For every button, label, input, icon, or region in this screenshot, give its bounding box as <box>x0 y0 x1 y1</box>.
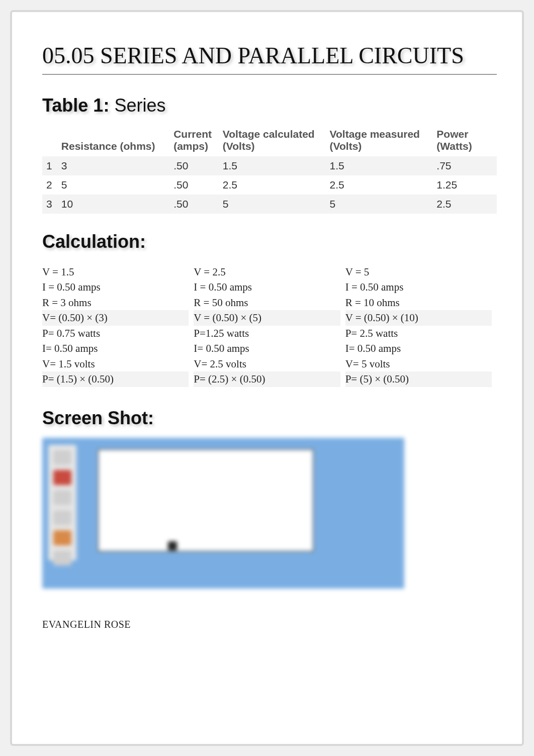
cell-power: .75 <box>432 156 497 175</box>
calc-line: I= 0.50 amps <box>42 341 189 356</box>
toolbar-button-icon <box>53 470 71 485</box>
calc-line: P= (1.5) × (0.50) <box>42 371 189 387</box>
calc-line: P= 2.5 watts <box>345 326 492 341</box>
calc-column-1: V = 1.5 I = 0.50 amps R = 3 ohms V= (0.5… <box>42 261 194 390</box>
cell-vmeas: 5 <box>326 195 433 214</box>
toolbar-button-icon <box>53 490 71 505</box>
toolbar-button-icon <box>53 530 71 545</box>
th-voltage-calc: Voltage calculated (Volts) <box>219 125 326 156</box>
screenshot-toolbar <box>48 445 76 560</box>
toolbar-button-icon <box>53 450 71 465</box>
calc-line: I = 0.50 amps <box>42 279 189 295</box>
series-table: Resistance (ohms) Current (amps) Voltage… <box>42 125 497 214</box>
toolbar-button-icon <box>53 510 71 525</box>
cell-vmeas: 1.5 <box>326 156 433 175</box>
cell-resistance: 5 <box>57 175 169 195</box>
calc-line: P=1.25 watts <box>194 326 340 341</box>
calculation-heading-text: Calculation: <box>42 231 146 252</box>
calc-line: V= 1.5 volts <box>42 356 189 371</box>
calc-line: V = (0.50) × (5) <box>194 310 340 325</box>
calc-line: P= 0.75 watts <box>42 326 189 341</box>
document-title: 05.05 SERIES AND PARALLEL CIRCUITS <box>42 42 497 75</box>
calc-line: P= (5) × (0.50) <box>345 371 492 387</box>
th-power: Power (Watts) <box>432 125 497 156</box>
calc-line: V= 2.5 volts <box>194 356 340 371</box>
calc-line: V= (0.50) × (3) <box>42 310 189 325</box>
document-page: 05.05 SERIES AND PARALLEL CIRCUITS Table… <box>10 10 524 746</box>
table-row: 1 3 .50 1.5 1.5 .75 <box>42 156 497 175</box>
table-header-row: Resistance (ohms) Current (amps) Voltage… <box>42 125 497 156</box>
table1-heading: Table 1: Series <box>42 95 497 116</box>
embedded-screenshot <box>42 438 404 589</box>
toolbar-button-icon <box>53 550 71 565</box>
screenshot-canvas <box>98 449 314 552</box>
calc-line: R = 3 ohms <box>42 295 189 310</box>
table-row: 2 5 .50 2.5 2.5 1.25 <box>42 175 497 195</box>
calc-line: R = 10 ohms <box>345 295 492 310</box>
calculation-heading: Calculation: <box>42 231 497 252</box>
cell-vcalc: 1.5 <box>219 156 326 175</box>
calc-line: I= 0.50 amps <box>345 341 492 356</box>
calc-line: V = (0.50) × (10) <box>345 310 492 325</box>
author-name: EVANGELIN ROSE <box>42 619 497 630</box>
calc-line: P= (2.5) × (0.50) <box>194 371 340 387</box>
screenshot-heading: Screen Shot: <box>42 408 497 429</box>
cell-power: 1.25 <box>432 175 497 195</box>
cell-idx: 3 <box>42 195 57 214</box>
calculation-grid: V = 1.5 I = 0.50 amps R = 3 ohms V= (0.5… <box>42 261 497 390</box>
calc-line: R = 50 ohms <box>194 295 340 310</box>
calc-line: I= 0.50 amps <box>194 341 340 356</box>
calc-column-3: V = 5 I = 0.50 amps R = 10 ohms V = (0.5… <box>345 261 497 390</box>
th-index <box>42 125 57 156</box>
cell-power: 2.5 <box>432 195 497 214</box>
cell-resistance: 10 <box>57 195 169 214</box>
screenshot-heading-text: Screen Shot: <box>42 408 154 428</box>
cell-vcalc: 2.5 <box>219 175 326 195</box>
calc-column-2: V = 2.5 I = 0.50 amps R = 50 ohms V = (0… <box>194 261 345 390</box>
cell-vcalc: 5 <box>219 195 326 214</box>
cell-vmeas: 2.5 <box>326 175 433 195</box>
th-current: Current (amps) <box>169 125 219 156</box>
cell-idx: 1 <box>42 156 57 175</box>
cell-idx: 2 <box>42 175 57 195</box>
calc-line: V = 1.5 <box>42 264 189 279</box>
table-row: 3 10 .50 5 5 2.5 <box>42 195 497 214</box>
cell-current: .50 <box>169 195 219 214</box>
th-resistance: Resistance (ohms) <box>57 125 169 156</box>
cell-resistance: 3 <box>57 156 169 175</box>
th-voltage-meas: Voltage measured (Volts) <box>326 125 433 156</box>
table1-heading-bold: Table 1: <box>42 95 114 116</box>
cell-current: .50 <box>169 175 219 195</box>
table1-heading-light: Series <box>114 95 165 116</box>
calc-line: V= 5 volts <box>345 356 492 371</box>
calc-line: V = 5 <box>345 264 492 279</box>
screenshot-marker-icon <box>168 541 177 550</box>
calc-line: V = 2.5 <box>194 264 340 279</box>
calc-line: I = 0.50 amps <box>194 279 340 295</box>
cell-current: .50 <box>169 156 219 175</box>
calc-line: I = 0.50 amps <box>345 279 492 295</box>
